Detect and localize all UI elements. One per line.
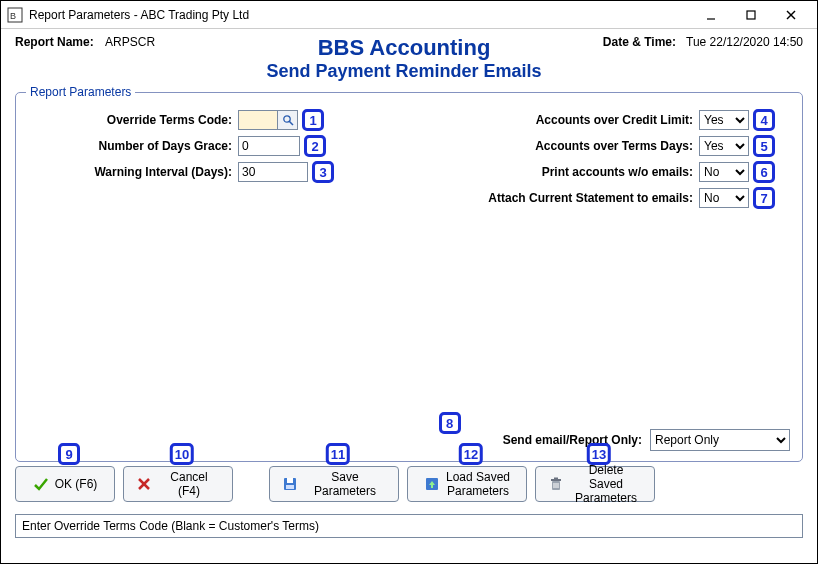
warning-interval-input[interactable] [238,162,308,182]
button-bar: 9 OK (F6) 10 Cancel (F4) 11 Save Paramet… [1,466,817,508]
annotation-marker-3: 3 [312,161,334,183]
send-mode-label: Send email/Report Only: [503,433,642,447]
window-title: Report Parameters - ABC Trading Pty Ltd [29,8,691,22]
cross-icon [136,476,152,492]
override-terms-lookup-button[interactable] [278,110,298,130]
app-icon: B [7,7,23,23]
warning-interval-label: Warning Interval (Days): [28,165,238,179]
annotation-marker-12: 12 [459,443,483,465]
datetime-value: Tue 22/12/2020 14:50 [686,35,803,49]
magnify-icon [282,114,294,126]
save-parameters-label: Save Parameters [304,470,386,498]
fieldset-legend: Report Parameters [26,85,135,99]
datetime-label: Date & Time: [603,35,676,49]
print-wo-emails-select[interactable]: No [699,162,749,182]
close-button[interactable] [771,2,811,28]
override-terms-label: Override Terms Code: [28,113,238,127]
annotation-marker-5: 5 [753,135,775,157]
annotation-marker-2: 2 [304,135,326,157]
app-subtitle: Send Payment Reminder Emails [235,61,573,82]
svg-rect-15 [431,485,433,488]
annotation-marker-4: 4 [753,109,775,131]
cancel-button-label: Cancel (F4) [158,470,220,498]
check-icon [33,476,49,492]
svg-rect-11 [287,478,293,483]
svg-text:B: B [10,11,16,21]
over-credit-label: Accounts over Credit Limit: [429,113,699,127]
statusbar-text: Enter Override Terms Code (Blank = Custo… [22,519,319,533]
annotation-marker-8: 8 [439,412,461,434]
override-terms-input[interactable] [238,110,278,130]
over-credit-select[interactable]: Yes [699,110,749,130]
svg-rect-18 [554,478,558,480]
load-parameters-label: Load Saved Parameters [446,470,510,498]
minimize-button[interactable] [691,2,731,28]
cancel-button[interactable]: 10 Cancel (F4) [123,466,233,502]
annotation-marker-11: 11 [326,443,350,465]
attach-stmt-select[interactable]: No [699,188,749,208]
report-parameters-fieldset: Report Parameters Override Terms Code: 1… [15,92,803,462]
ok-button-label: OK (F6) [55,477,98,491]
days-grace-label: Number of Days Grace: [28,139,238,153]
svg-rect-3 [747,11,755,19]
svg-line-7 [289,122,293,126]
send-mode-select[interactable]: Report Only [650,429,790,451]
annotation-marker-1: 1 [302,109,324,131]
attach-stmt-label: Attach Current Statement to emails: [429,191,699,205]
titlebar: B Report Parameters - ABC Trading Pty Lt… [1,1,817,29]
report-name-label: Report Name: [15,35,94,49]
save-parameters-button[interactable]: 11 Save Parameters [269,466,399,502]
delete-parameters-label: Delete Saved Parameters [570,463,642,505]
load-parameters-button[interactable]: 12 Load Saved Parameters [407,466,527,502]
print-wo-emails-label: Print accounts w/o emails: [429,165,699,179]
annotation-marker-7: 7 [753,187,775,209]
maximize-button[interactable] [731,2,771,28]
annotation-marker-10: 10 [170,443,194,465]
app-title: BBS Accounting [235,35,573,61]
svg-rect-12 [286,485,294,489]
annotation-marker-6: 6 [753,161,775,183]
svg-point-6 [283,116,289,122]
over-terms-select[interactable]: Yes [699,136,749,156]
over-terms-label: Accounts over Terms Days: [429,139,699,153]
delete-parameters-button[interactable]: 13 Delete Saved Parameters [535,466,655,502]
ok-button[interactable]: 9 OK (F6) [15,466,115,502]
load-icon [424,476,440,492]
trash-icon [548,476,564,492]
report-name-value: ARPSCR [105,35,155,49]
save-icon [282,476,298,492]
annotation-marker-13: 13 [587,443,611,465]
days-grace-input[interactable] [238,136,300,156]
header-row: Report Name: ARPSCR BBS Accounting Send … [1,29,817,82]
annotation-marker-9: 9 [58,443,80,465]
statusbar: Enter Override Terms Code (Blank = Custo… [15,514,803,538]
